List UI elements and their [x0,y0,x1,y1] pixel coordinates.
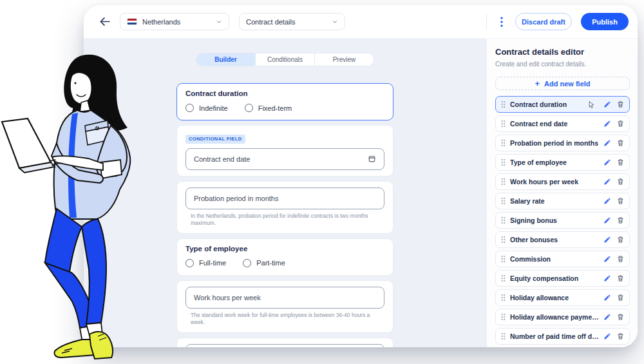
field-item-label: Type of employee [510,158,600,166]
card-salary-rate[interactable]: Salary rate [176,338,393,347]
work-hours-input[interactable]: Work hours per week [185,287,384,309]
publish-button[interactable]: Publish [581,13,629,30]
field-list-item[interactable]: Type of employee [495,154,630,171]
field-item-label: Holiday allowance [510,294,600,302]
discard-draft-button[interactable]: Discard draft [515,13,572,30]
edit-icon[interactable] [603,216,611,224]
back-button[interactable] [97,14,113,30]
drag-handle-icon[interactable] [501,274,506,282]
drag-handle-icon[interactable] [501,120,506,128]
drag-handle-icon[interactable] [501,294,506,302]
more-options-button[interactable] [495,14,509,30]
radio-option-part-time[interactable]: Part-time [243,259,285,267]
tab-conditionals[interactable]: Conditionals [256,53,315,66]
tab-builder[interactable]: Builder [196,53,256,66]
field-item-label: Number of paid time off days [510,332,600,340]
radio-option-full-time[interactable]: Full-time [185,259,226,267]
drag-handle-icon[interactable] [501,255,506,263]
drag-handle-icon[interactable] [501,313,506,321]
input-placeholder: Probation period in months [194,195,278,202]
field-item-label: Contract duration [510,101,586,108]
drag-handle-icon[interactable] [501,216,506,224]
field-item-label: Holiday allowance payment fre... [510,313,600,321]
radio-option-indefinite[interactable]: Indefinite [185,104,228,112]
trash-icon[interactable] [617,313,624,321]
field-list-item[interactable]: Signing bonus [495,212,630,229]
drag-handle-icon[interactable] [501,197,506,205]
radio-option-fixed-term[interactable]: Fixed-term [245,104,292,112]
drag-handle-icon[interactable] [501,236,506,244]
radio-option-label: Part-time [256,259,285,267]
add-new-field-button[interactable]: + Add new field [495,77,630,90]
field-list-item[interactable]: Holiday allowance [495,289,630,306]
field-list-item[interactable]: Equity compensation [495,270,630,287]
drag-handle-icon[interactable] [501,178,506,186]
card-work-hours[interactable]: Work hours per week The standard work we… [176,280,393,333]
field-list-item[interactable]: Contract end date [495,115,630,132]
edit-icon[interactable] [603,158,611,166]
field-item-label: Signing bonus [510,216,600,224]
field-list-item[interactable]: Holiday allowance payment fre... [495,309,630,325]
probation-period-input[interactable]: Probation period in months [185,187,384,209]
trash-icon[interactable] [617,178,624,186]
trash-icon[interactable] [617,139,624,147]
field-list-item[interactable]: Work hours per week [495,173,630,190]
edit-icon[interactable] [603,178,611,186]
trash-icon[interactable] [617,101,624,108]
field-item-label: Contract end date [510,120,600,128]
field-list-item[interactable]: Contract duration [495,96,630,113]
calendar-icon[interactable] [368,155,376,163]
trash-icon[interactable] [617,120,624,128]
chevron-down-icon [332,19,338,25]
drag-handle-icon[interactable] [501,101,506,108]
drag-handle-icon[interactable] [501,158,506,166]
field-list-item[interactable]: Other bonuses [495,231,630,248]
trash-icon[interactable] [617,216,624,224]
panel-title: Contract details editor [495,47,630,57]
card-contract-duration[interactable]: Contract duration Indefinite Fixed-term [176,83,393,120]
contract-details-editor-panel: Contract details editor Create and edit … [486,39,638,347]
window-body: Builder Conditionals Preview Contract du… [84,39,638,347]
trash-icon[interactable] [617,255,624,263]
field-list: Contract duration Contract end date [495,96,630,347]
radio-group: Full-time Part-time [185,258,384,269]
trash-icon[interactable] [617,236,624,244]
edit-icon[interactable] [603,255,611,263]
field-list-item[interactable]: Salary rate [495,193,630,209]
drag-handle-icon[interactable] [501,332,506,340]
template-select[interactable]: Contract details [239,13,345,30]
salary-rate-select[interactable]: Salary rate [185,344,384,347]
field-list-item[interactable]: Number of paid time off days [495,328,630,345]
card-contract-end-date[interactable]: CONDITIONAL FIELD Contract end date [176,125,393,177]
country-select[interactable]: Netherlands [120,13,229,30]
edit-icon[interactable] [603,236,611,244]
conditional-field-badge: CONDITIONAL FIELD [185,135,245,144]
drag-handle-icon[interactable] [501,139,506,147]
radio-icon [243,259,251,267]
topbar-divider [486,14,487,30]
trash-icon[interactable] [617,294,624,302]
trash-icon[interactable] [617,197,624,205]
edit-icon[interactable] [603,294,611,302]
builder-area: Builder Conditionals Preview Contract du… [84,39,486,347]
top-bar: Netherlands Contract details Discard dra… [84,5,638,39]
edit-icon[interactable] [603,101,611,108]
card-probation-period[interactable]: Probation period in months In the Nether… [176,181,393,234]
edit-icon[interactable] [603,274,611,282]
builder-tab-bar: Builder Conditionals Preview [196,53,374,66]
back-arrow-icon [99,15,111,28]
input-placeholder: Contract end date [194,155,250,163]
field-list-item[interactable]: Probation period in months [495,135,630,151]
trash-icon[interactable] [617,158,624,166]
edit-icon[interactable] [603,313,611,321]
edit-icon[interactable] [603,120,611,128]
contract-end-date-input[interactable]: Contract end date [185,148,384,170]
field-list-item[interactable]: Commission [495,251,630,267]
edit-icon[interactable] [603,197,611,205]
edit-icon[interactable] [603,139,611,147]
tab-preview[interactable]: Preview [315,53,374,66]
card-type-of-employee[interactable]: Type of employee Full-time Part-time [176,238,393,276]
trash-icon[interactable] [617,274,624,282]
trash-icon[interactable] [617,332,624,340]
edit-icon[interactable] [603,332,611,340]
